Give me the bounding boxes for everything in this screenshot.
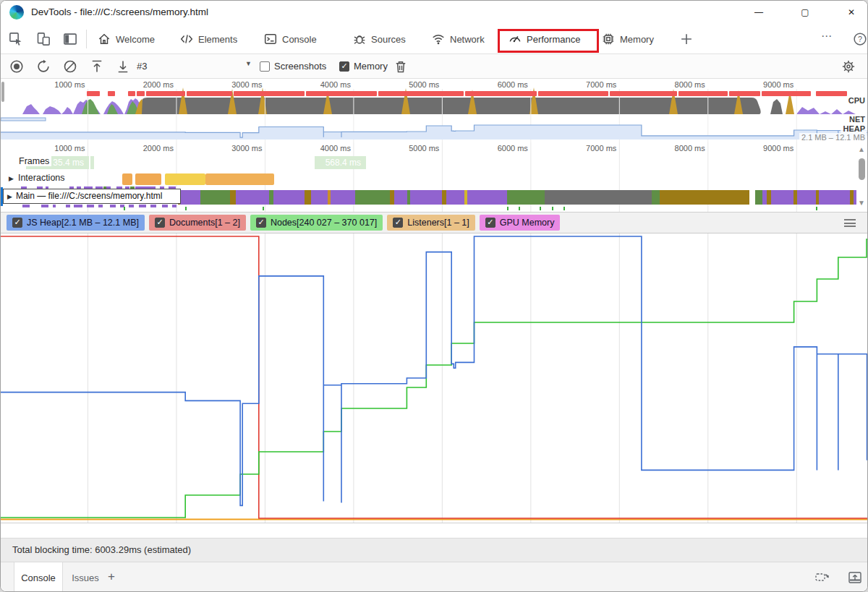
cpu-activity-purple (796, 107, 856, 114)
screenshots-checkbox[interactable] (260, 61, 270, 72)
flame-segment-purple (410, 190, 442, 205)
main-track-header[interactable]: ▶Main — file:///C:/screens/memory.html (3, 189, 181, 204)
scrollbar-thumb[interactable] (859, 158, 865, 180)
flame-segment-purple (273, 190, 305, 205)
legend-label: JS Heap[2.1 MB – 12.1 MB] (27, 218, 139, 228)
drawer-tab-label: Issues (72, 572, 99, 583)
dock-side-icon[interactable] (63, 32, 77, 46)
tab-memory[interactable]: Memory (602, 24, 654, 54)
expander-icon[interactable]: ▶ (7, 193, 12, 200)
reload-icon[interactable] (36, 59, 51, 74)
gc-tick (519, 207, 520, 210)
clear-icon[interactable] (63, 59, 77, 74)
settings-gear-icon[interactable] (841, 59, 856, 74)
ruler-label: 7000 ms (586, 80, 616, 89)
tab-label: Console (282, 34, 317, 45)
dropdown-icon[interactable]: ▼ (245, 60, 252, 67)
flame-segment-purple (819, 190, 850, 205)
console-icon (264, 33, 277, 46)
session-selector[interactable]: #3 (137, 61, 147, 72)
net-label: NET (847, 115, 867, 124)
long-task-bar (610, 91, 677, 96)
tab-label: Network (450, 34, 485, 45)
tab-console[interactable]: Console (264, 24, 317, 54)
long-task-bar (234, 91, 305, 96)
ruler-label: 3000 ms (231, 80, 262, 89)
legend-documents[interactable]: Documents[1 – 2] (149, 215, 246, 231)
inspect-icon[interactable] (9, 32, 23, 46)
screenshots-toggle[interactable]: Screenshots (260, 61, 326, 72)
cpu-label: CPU (846, 96, 867, 105)
maximize-button[interactable]: ▢ (795, 4, 815, 21)
gpu-memory-checkbox[interactable] (485, 218, 495, 228)
drawer-tab-console[interactable]: Console (14, 562, 63, 592)
memory-checkbox[interactable] (339, 61, 349, 72)
ruler-label: 8000 ms (675, 80, 705, 89)
flame-segment-gray (545, 190, 652, 205)
trash-icon[interactable] (393, 59, 408, 74)
minimize-button[interactable]: — (749, 4, 769, 21)
gc-tick (563, 207, 565, 210)
legend-label: Nodes[240 027 – 370 017] (271, 218, 377, 228)
timeline-overview[interactable]: 1000 ms2000 ms3000 ms4000 ms5000 ms6000 … (1, 79, 868, 142)
add-drawer-tab-icon[interactable]: + (108, 570, 115, 584)
selected-track-accent (1, 187, 3, 206)
memory-toggle[interactable]: Memory (339, 61, 388, 72)
flame-segment-green (200, 190, 230, 205)
js-heap-checkbox[interactable] (12, 218, 22, 228)
tab-elements[interactable]: Elements (180, 24, 237, 54)
overview-drag-handle[interactable] (1, 82, 4, 102)
expand-panel-icon[interactable] (847, 570, 863, 585)
tab-welcome[interactable]: Welcome (98, 24, 155, 54)
listeners-checkbox[interactable] (393, 218, 403, 228)
close-button[interactable]: ✕ (841, 4, 861, 21)
tab-sources[interactable]: Sources (353, 24, 406, 54)
long-task-bar (678, 91, 728, 96)
help-icon[interactable]: ? (853, 32, 867, 46)
gc-tick (185, 207, 187, 210)
memory-legend-bar: JS Heap[2.1 MB – 12.1 MB] Documents[1 – … (1, 212, 868, 233)
overview-menu-icon[interactable] (844, 219, 856, 228)
long-task-bar (465, 91, 537, 96)
record-icon[interactable] (9, 59, 24, 74)
refresh-device-icon[interactable] (814, 570, 830, 585)
long-task-bar (729, 91, 760, 96)
tab-performance[interactable]: Performance (509, 24, 580, 54)
legend-gpu-memory[interactable]: GPU Memory (480, 215, 561, 231)
device-toolbar-icon[interactable] (36, 32, 51, 46)
tab-label: Welcome (116, 34, 155, 45)
gc-tick (816, 207, 817, 210)
flame-segment-purple (236, 190, 269, 205)
gc-tick (552, 207, 553, 210)
nodes-checkbox[interactable] (256, 218, 266, 228)
legend-listeners[interactable]: Listeners[1 – 1] (387, 215, 475, 231)
ruler-label: 9000 ms (763, 80, 793, 89)
screenshots-label: Screenshots (274, 61, 326, 72)
ruler-label: 5000 ms (409, 80, 439, 89)
main-track[interactable]: ▶Main — file:///C:/screens/memory.html (1, 142, 868, 212)
scroll-up-icon[interactable]: ▲ (858, 145, 865, 153)
gc-tick (507, 207, 509, 210)
memory-chart-canvas (1, 233, 868, 523)
legend-js-heap[interactable]: JS Heap[2.1 MB – 12.1 MB] (7, 215, 145, 231)
drawer-tab-issues[interactable]: Issues (67, 562, 103, 592)
download-profile-icon[interactable] (116, 59, 130, 74)
drawer-tab-bar: Console Issues + (1, 562, 868, 592)
long-task-bar (306, 91, 377, 96)
memory-counters-chart[interactable] (1, 233, 868, 523)
timeline-tracks[interactable]: 1000 ms2000 ms3000 ms4000 ms5000 ms6000 … (1, 142, 868, 212)
add-tab-icon[interactable] (679, 32, 694, 46)
tab-label: Performance (527, 34, 580, 45)
tab-network[interactable]: Network (432, 24, 485, 54)
devtools-tab-bar: Welcome Elements Console Sources (1, 24, 868, 54)
upload-profile-icon[interactable] (90, 59, 104, 74)
cpu-activity-gray (770, 99, 783, 114)
flame-segment-brown (305, 190, 311, 205)
more-options-icon[interactable]: ⋯ (821, 30, 835, 44)
flame-segment-purple (331, 190, 355, 205)
legend-nodes[interactable]: Nodes[240 027 – 370 017] (250, 215, 383, 231)
tracks-scrollbar[interactable]: ▲ ▼ (857, 145, 867, 212)
gc-tick (124, 207, 125, 210)
documents-checkbox[interactable] (155, 218, 165, 228)
scroll-down-icon[interactable]: ▼ (858, 199, 865, 207)
